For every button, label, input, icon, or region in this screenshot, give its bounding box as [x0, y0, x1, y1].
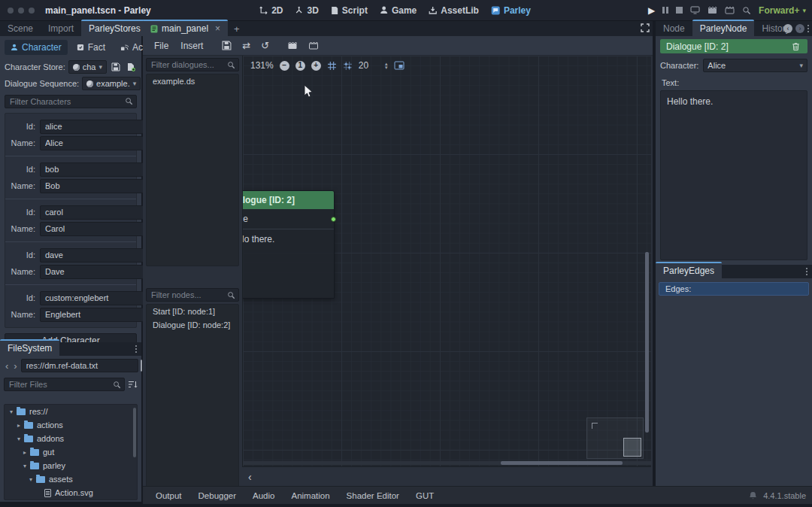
character-name-input[interactable]	[40, 265, 157, 279]
edges-header-row[interactable]: Edges:	[659, 282, 809, 296]
tree-row[interactable]: parley	[5, 459, 137, 472]
graph-node-dialogue[interactable]: Dialogue [ID: 2] Alice Hello there.	[242, 190, 335, 299]
character-id-input[interactable]	[40, 291, 157, 305]
character-name-input[interactable]	[40, 308, 157, 322]
dock-menu-icon[interactable]	[807, 25, 809, 32]
tree-row[interactable]: ArrangeNodes.svg	[5, 499, 137, 500]
character-store-dropdown[interactable]: cha ▾	[68, 60, 107, 74]
minimap-camera-rect[interactable]	[623, 438, 641, 457]
tab-character-store[interactable]: Character	[5, 40, 68, 55]
editor-settings-search-icon[interactable]	[742, 6, 751, 15]
renderer-selector[interactable]: Forward+▾	[759, 5, 806, 16]
sort-files-icon[interactable]	[128, 380, 138, 389]
split-mode-icon[interactable]	[141, 360, 142, 372]
new-store-button[interactable]	[125, 62, 137, 71]
tab-parleyedges[interactable]: ParleyEdges	[656, 262, 722, 278]
expander-icon[interactable]	[15, 422, 23, 429]
graph-vertical-scrollbar[interactable]	[645, 252, 649, 433]
character-dropdown[interactable]: Alice ▾	[703, 59, 807, 72]
dialogue-sequence-dropdown[interactable]: example. ▾	[82, 77, 141, 90]
tree-row[interactable]: actions	[5, 418, 137, 432]
tab-scene[interactable]: Scene	[0, 20, 41, 36]
arrange-nodes-button[interactable]: ⇄	[238, 38, 255, 53]
bottom-panel-tab[interactable]: Output	[149, 490, 189, 502]
history-forward-button[interactable]: ›	[12, 360, 18, 372]
tab-script[interactable]: Script	[331, 5, 368, 16]
history-back-button[interactable]: ‹	[4, 360, 10, 372]
remote-debug-icon[interactable]	[690, 6, 700, 14]
save-store-button[interactable]	[110, 62, 122, 71]
zoom-reset-button[interactable]: 1	[295, 61, 305, 71]
filter-nodes-input[interactable]	[146, 288, 239, 302]
output-port-icon[interactable]	[331, 217, 336, 222]
zoom-in-button[interactable]: +	[311, 61, 321, 71]
dialogue-text-area[interactable]: Hello there.	[660, 90, 807, 260]
dock-menu-icon[interactable]	[131, 342, 141, 356]
tabs-scroll-left-icon[interactable]: ‹	[783, 24, 792, 33]
toggle-grid-icon[interactable]	[327, 61, 337, 71]
save-button[interactable]	[217, 39, 236, 52]
tree-row[interactable]: addons	[5, 432, 137, 445]
character-id-input[interactable]	[40, 248, 157, 263]
expand-bottom-panel-icon[interactable]	[641, 23, 650, 32]
tab-fact-store[interactable]: Fact	[71, 40, 111, 55]
expander-icon[interactable]	[21, 449, 29, 456]
menu-insert[interactable]: Insert	[175, 39, 208, 53]
graph-node-header[interactable]: Dialogue [ID: 2]	[242, 191, 334, 209]
expander-icon[interactable]	[15, 436, 23, 442]
tab-filesystem[interactable]: FileSystem	[0, 339, 59, 356]
character-name-input[interactable]	[40, 222, 157, 236]
bottom-panel-tab[interactable]: Audio	[246, 490, 281, 502]
node-list-item[interactable]: Dialogue [ID: node:2]	[147, 318, 238, 332]
character-id-input[interactable]	[40, 120, 157, 134]
dialogue-list-item[interactable]: example.ds	[147, 74, 238, 88]
character-name-input[interactable]	[40, 179, 157, 193]
play-button[interactable]: ▶	[648, 5, 655, 16]
expander-icon[interactable]	[8, 408, 15, 415]
tab-parley[interactable]: Parley	[491, 5, 531, 16]
pause-button[interactable]	[662, 7, 668, 14]
snap-spinner[interactable]: ▴▾	[385, 62, 388, 69]
tree-row[interactable]: Action.svg	[5, 486, 137, 499]
filter-characters-input[interactable]	[5, 95, 137, 108]
tab-parleynode[interactable]: ParleyNode	[692, 20, 755, 36]
test-dialogue-icon[interactable]	[283, 40, 302, 51]
tab-main-panel[interactable]: main_panel ×	[143, 20, 228, 36]
delete-node-button[interactable]	[789, 41, 801, 53]
filter-files-input[interactable]	[4, 378, 125, 391]
tabs-scroll-right-icon[interactable]: ›	[795, 24, 804, 33]
tab-game[interactable]: Game	[380, 5, 417, 16]
menu-file[interactable]: File	[149, 39, 174, 53]
collapse-side-panel-icon[interactable]: ‹	[242, 471, 258, 483]
test-dialogue-from-start-icon[interactable]	[304, 40, 323, 51]
tree-row[interactable]: gut	[5, 445, 137, 459]
zoom-out-button[interactable]: −	[280, 61, 289, 71]
close-tab-icon[interactable]: ×	[215, 23, 220, 34]
movie-maker-icon[interactable]	[707, 6, 717, 14]
toggle-snap-icon[interactable]	[343, 61, 353, 71]
graph-minimap[interactable]	[586, 417, 644, 459]
refresh-button[interactable]: ↺	[256, 38, 274, 53]
bottom-panel-tab[interactable]: Debugger	[192, 490, 244, 502]
filter-dialogues-input[interactable]	[146, 58, 239, 71]
bottom-panel-tab[interactable]: Shader Editor	[340, 490, 406, 502]
tab-2d[interactable]: 2D	[259, 5, 283, 16]
tab-parleystores[interactable]: ParleyStores	[81, 20, 148, 36]
current-path-input[interactable]	[21, 359, 138, 372]
window-controls[interactable]	[8, 8, 35, 14]
tree-row[interactable]: res://	[5, 405, 137, 418]
movie-writer-icon[interactable]	[725, 6, 735, 14]
expander-icon[interactable]	[27, 476, 35, 483]
tab-node[interactable]: Node	[656, 20, 692, 36]
snap-distance-value[interactable]: 20	[359, 60, 368, 71]
tab-import[interactable]: Import	[41, 20, 81, 36]
new-tab-button[interactable]: +	[228, 22, 246, 36]
graph-edit[interactable]: 131% − 1 + 20 ▴▾ Dialogue [ID: 2]	[242, 56, 651, 466]
tab-assetlib[interactable]: AssetLib	[429, 5, 479, 16]
graph-horizontal-scrollbar[interactable]	[501, 461, 623, 465]
stop-button[interactable]	[676, 7, 683, 14]
tab-3d[interactable]: 3D	[295, 5, 319, 16]
node-list-item[interactable]: Start [ID: node:1]	[147, 305, 238, 318]
dock-menu-icon[interactable]	[801, 265, 812, 278]
character-name-input[interactable]	[40, 136, 157, 150]
